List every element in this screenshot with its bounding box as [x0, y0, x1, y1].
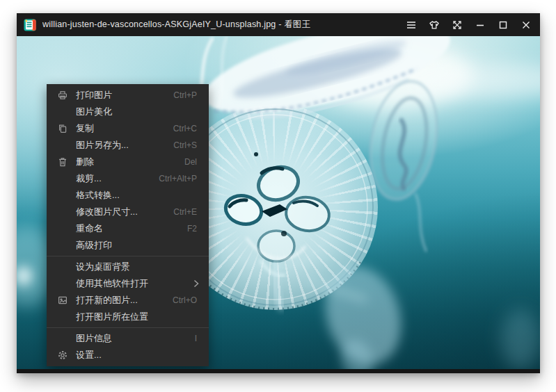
trash-icon [56, 156, 69, 168]
menu-item[interactable]: 裁剪...Ctrl+Alt+P [47, 170, 209, 187]
app-logo-icon [24, 19, 36, 31]
menu-item-label: 图片另存为... [76, 139, 173, 152]
menu-item[interactable]: 格式转换... [47, 187, 209, 204]
gear-icon [56, 350, 69, 361]
menu-item-label: 裁剪... [76, 172, 159, 185]
menu-item-label: 设为桌面背景 [76, 261, 197, 273]
menu-item-label: 图片美化 [76, 106, 197, 118]
menu-item-label: 高级打印 [76, 239, 197, 252]
menu-separator [47, 327, 209, 328]
skin-button[interactable] [422, 13, 445, 36]
printer-icon [56, 90, 69, 101]
viewer-window: willian-justen-de-vasconcellos-ASKGjAeIY… [17, 13, 540, 373]
close-icon [520, 19, 532, 31]
menu-separator [47, 256, 209, 256]
menu-icon [405, 19, 418, 31]
minimize-button[interactable] [468, 13, 491, 36]
titlebar-controls [399, 13, 540, 36]
menu-item[interactable]: 图片信息I [47, 330, 209, 347]
menu-item-label: 打开新的图片... [76, 294, 173, 307]
skin-icon [428, 19, 440, 31]
menu-item-shortcut: Ctrl+Alt+P [159, 174, 197, 183]
menu-item-label: 设置... [76, 349, 197, 361]
context-menu-list: 打印图片Ctrl+P图片美化复制Ctrl+C图片另存为...Ctrl+S删除De… [47, 87, 209, 364]
menu-item[interactable]: 高级打印 [47, 237, 209, 254]
menu-item[interactable]: 图片美化 [47, 104, 209, 120]
menu-item[interactable]: 删除Del [47, 154, 209, 170]
menu-item[interactable]: 打印图片Ctrl+P [47, 87, 209, 104]
menu-item-label: 打印图片 [76, 89, 173, 101]
menu-item[interactable]: 修改图片尺寸...Ctrl+E [47, 204, 209, 220]
menu-item[interactable]: 复制Ctrl+C [47, 120, 209, 137]
menu-item-shortcut: F2 [187, 224, 197, 234]
menu-item-label: 重命名 [76, 222, 187, 235]
copy-icon [56, 123, 69, 134]
menu-item-label: 打开图片所在位置 [76, 311, 197, 323]
submenu-arrow-icon [193, 279, 199, 288]
menu-item[interactable]: 打开图片所在位置 [47, 309, 209, 325]
menu-item-label: 格式转换... [76, 189, 197, 202]
close-button[interactable] [514, 13, 537, 36]
context-menu: 打印图片Ctrl+P图片美化复制Ctrl+C图片另存为...Ctrl+S删除De… [47, 84, 209, 366]
menu-item-shortcut: Ctrl+O [173, 295, 197, 305]
menu-item[interactable]: 使用其他软件打开 [47, 275, 209, 292]
menu-item-label: 修改图片尺寸... [76, 206, 173, 218]
menu-item[interactable]: 设置... [47, 347, 209, 364]
menu-item[interactable]: 设为桌面背景 [47, 259, 209, 275]
image-canvas[interactable]: 打印图片Ctrl+P图片美化复制Ctrl+C图片另存为...Ctrl+S删除De… [17, 36, 540, 369]
menu-button[interactable] [399, 13, 422, 36]
image-icon [56, 295, 69, 306]
menu-item-shortcut: Ctrl+C [173, 124, 197, 133]
menu-item-shortcut: Del [184, 157, 197, 167]
menu-item-shortcut: Ctrl+P [173, 90, 197, 100]
menu-item-label: 复制 [76, 122, 173, 135]
fullscreen-icon [451, 19, 463, 31]
menu-item-shortcut: Ctrl+E [173, 207, 197, 217]
menu-item[interactable]: 重命名F2 [47, 220, 209, 237]
menu-item-label: 删除 [76, 156, 184, 168]
window-title: willian-justen-de-vasconcellos-ASKGjAeIY… [42, 19, 310, 31]
maximize-icon [497, 19, 509, 31]
titlebar[interactable]: willian-justen-de-vasconcellos-ASKGjAeIY… [17, 13, 540, 36]
minimize-icon [474, 19, 486, 31]
menu-item-shortcut: Ctrl+S [173, 140, 197, 150]
fullscreen-button[interactable] [445, 13, 468, 36]
window-bottom-edge [17, 369, 540, 373]
maximize-button[interactable] [491, 13, 514, 36]
menu-item[interactable]: 打开新的图片...Ctrl+O [47, 292, 209, 309]
menu-item-label: 图片信息 [76, 332, 195, 345]
menu-item-shortcut: I [195, 334, 197, 343]
menu-item-label: 使用其他软件打开 [76, 277, 193, 290]
menu-item[interactable]: 图片另存为...Ctrl+S [47, 137, 209, 154]
